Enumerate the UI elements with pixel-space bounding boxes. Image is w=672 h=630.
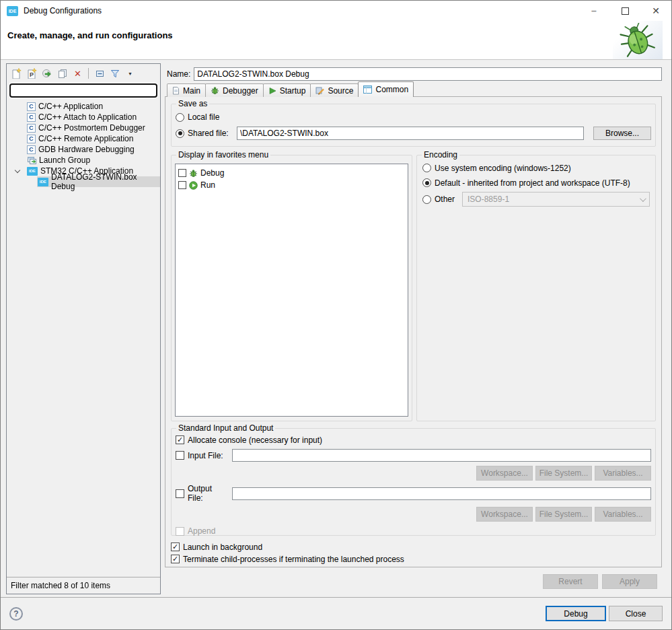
chevron-down-icon (640, 195, 646, 202)
play-icon (268, 87, 276, 95)
tab-startup[interactable]: Startup (263, 83, 311, 97)
input-file-checkbox[interactable] (176, 451, 184, 460)
debug-configurations-dialog: IDE Debug Configurations – ✕ Create, man… (0, 0, 672, 630)
c-app-icon: C (27, 145, 36, 154)
new-prototype-button[interactable]: P (24, 67, 38, 81)
shared-file-radio[interactable] (176, 129, 184, 138)
browse-button[interactable]: Browse... (593, 127, 651, 140)
allocate-console-checkbox[interactable]: ✓ (176, 435, 184, 444)
output-file-checkbox[interactable] (176, 489, 184, 498)
apply-button[interactable]: Apply (602, 574, 657, 589)
bug-icon (618, 23, 657, 59)
output-workspace-button[interactable]: Workspace... (476, 507, 533, 522)
terminate-child-processes-checkbox[interactable]: ✓ (171, 555, 180, 563)
editor-actions: Revert Apply (543, 574, 657, 589)
app-ide-icon: IDE (7, 6, 18, 16)
encoding-combobox-value: ISO-8859-1 (468, 195, 509, 204)
local-file-radio[interactable] (176, 113, 184, 122)
bug-artwork (613, 21, 663, 59)
stdio-legend: Standard Input and Output (176, 423, 275, 433)
output-filesystem-button[interactable]: File System... (535, 507, 592, 522)
tree-item-cpp-remote[interactable]: C C/C++ Remote Application (7, 133, 160, 144)
maximize-icon (622, 7, 629, 15)
source-icon (315, 86, 324, 95)
tab-common[interactable]: Common (358, 81, 414, 97)
input-file-field[interactable] (232, 449, 651, 462)
minimize-button[interactable]: – (578, 1, 609, 21)
tree-item-gdb-hardware[interactable]: C GDB Hardware Debugging (7, 144, 160, 155)
input-variables-button[interactable]: Variables... (595, 466, 651, 481)
sidebar-toolbar: P ✕ (7, 64, 160, 81)
favorite-label: Debug (200, 168, 224, 178)
encoding-combobox[interactable]: ISO-8859-1 (462, 192, 650, 207)
system-encoding-radio[interactable] (422, 164, 431, 172)
output-file-field[interactable] (232, 487, 651, 500)
default-encoding-radio[interactable] (422, 178, 431, 187)
collapse-all-button[interactable] (92, 67, 106, 81)
export-configuration-button[interactable] (40, 67, 54, 81)
duplicate-button[interactable] (55, 67, 69, 81)
delete-button[interactable]: ✕ (71, 67, 85, 81)
ide-icon: IDE (38, 178, 48, 186)
bug-icon (211, 86, 219, 95)
favorite-item-debug[interactable]: Debug (178, 167, 405, 179)
favorite-item-run[interactable]: Run (178, 179, 405, 191)
debug-button[interactable]: Debug (546, 606, 606, 621)
c-app-icon: C (27, 124, 36, 133)
tab-main[interactable]: Main (167, 83, 206, 97)
filter-button[interactable] (108, 67, 122, 81)
close-button[interactable]: Close (609, 606, 663, 621)
run-favorite-checkbox[interactable] (178, 181, 186, 189)
document-icon (172, 86, 180, 95)
view-menu-button[interactable]: ▼ (123, 67, 137, 81)
stdio-group: Standard Input and Output ✓ Allocate con… (171, 428, 656, 536)
tree-item-datalog2-debug[interactable]: IDE DATALOG2-STWIN.box Debug (7, 176, 160, 187)
tree-item-cpp-postmortem[interactable]: C C/C++ Postmortem Debugger (7, 123, 160, 133)
name-label: Name: (167, 69, 190, 79)
window-title: Debug Configurations (24, 6, 102, 15)
other-encoding-radio[interactable] (422, 195, 431, 204)
tree-item-label: C/C++ Postmortem Debugger (38, 123, 145, 133)
launch-in-background-checkbox[interactable]: ✓ (171, 542, 180, 551)
tab-debugger[interactable]: Debugger (205, 83, 264, 97)
tab-label: Common (375, 85, 408, 94)
help-button[interactable]: ? (9, 607, 23, 621)
close-window-button[interactable]: ✕ (640, 1, 671, 21)
shared-file-label: Shared file: (188, 129, 233, 138)
input-filesystem-button[interactable]: File System... (535, 466, 592, 481)
append-checkbox[interactable] (176, 527, 184, 536)
shared-file-input[interactable] (237, 127, 584, 140)
titlebar[interactable]: IDE Debug Configurations – ✕ (1, 1, 671, 21)
revert-button[interactable]: Revert (543, 574, 598, 589)
terminate-child-processes-label: Terminate child-processes if terminating… (183, 555, 404, 564)
new-configuration-button[interactable] (9, 67, 23, 81)
tree-item-label: DATALOG2-STWIN.box Debug (51, 172, 158, 191)
debug-favorite-checkbox[interactable] (178, 169, 186, 177)
encoding-group: Encoding Use system encoding (windows-12… (416, 155, 656, 421)
tree-item-cpp-application[interactable]: C C/C++ Application (7, 101, 160, 112)
output-variables-button[interactable]: Variables... (595, 507, 651, 522)
input-workspace-button[interactable]: Workspace... (476, 466, 533, 481)
favorites-list[interactable]: Debug Run (175, 164, 408, 417)
tab-source[interactable]: Source (310, 83, 359, 97)
tab-label: Source (328, 86, 353, 96)
input-file-label: Input File: (188, 451, 223, 460)
ide-icon: IDE (27, 167, 38, 176)
favorites-legend: Display in favorites menu (176, 150, 270, 160)
tree-item-label: C/C++ Remote Application (38, 134, 133, 143)
allocate-console-label: Allocate console (necessary for input) (188, 435, 322, 445)
other-encoding-label: Other (435, 195, 455, 204)
common-tab-content: Save as Local file Shared file: Browse..… (165, 96, 662, 567)
editor-tabs: Main Debugger Startup (167, 83, 662, 97)
tab-label: Main (183, 86, 200, 96)
configuration-name-input[interactable] (194, 67, 662, 81)
maximize-button[interactable] (609, 1, 640, 21)
tree-item-label: C/C++ Attach to Application (38, 112, 137, 122)
dialog-footer: ? Debug Close (1, 597, 671, 629)
tree-item-launch-group[interactable]: Launch Group (7, 155, 160, 166)
duplicate-icon (57, 68, 68, 79)
filter-configurations-input[interactable] (9, 83, 157, 98)
dialog-body: P ✕ (1, 60, 671, 597)
chevron-expanded-icon[interactable] (15, 168, 20, 173)
tree-item-cpp-attach[interactable]: C C/C++ Attach to Application (7, 112, 160, 123)
